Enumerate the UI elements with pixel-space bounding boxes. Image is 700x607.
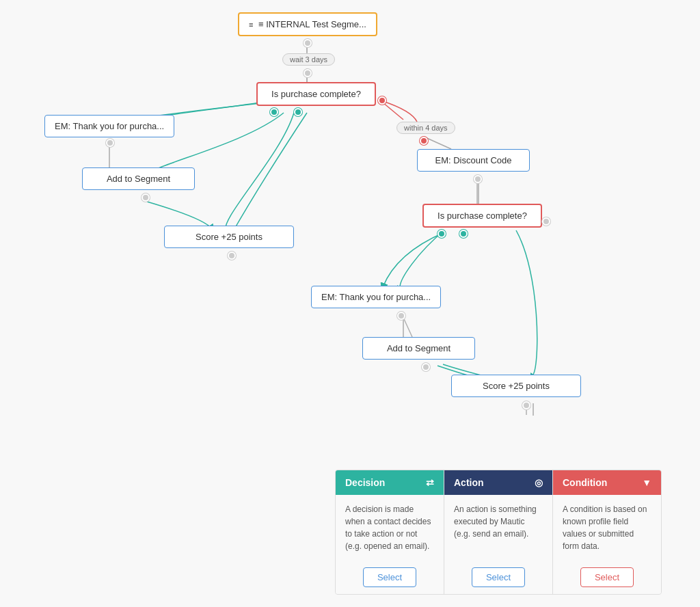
action-footer: Select: [444, 561, 552, 594]
score2-node[interactable]: Score +25 points: [451, 375, 581, 397]
add-segment1-bottom-dot: [142, 193, 150, 202]
condition1-right-dot: [378, 96, 386, 105]
svg-line-4: [424, 137, 451, 149]
segment-bottom-dot: [304, 39, 312, 47]
add-segment2-bottom-dot: [422, 363, 430, 371]
list-icon: ≡: [249, 21, 253, 29]
score1-bottom-dot: [228, 252, 236, 260]
email-discount-bottom-dot: [474, 175, 482, 183]
condition-body: A condition is based on known profile fi…: [553, 495, 661, 561]
add-segment2-node[interactable]: Add to Segment: [362, 337, 475, 360]
email1-bottom-dot: [106, 139, 114, 147]
action-card: Action ◎ An action is something executed…: [444, 470, 553, 594]
score1-node[interactable]: Score +25 points: [164, 226, 294, 248]
action-icon: ◎: [535, 477, 543, 488]
add-segment1-node[interactable]: Add to Segment: [82, 167, 195, 190]
condition1-node[interactable]: Is purchase complete?: [256, 82, 376, 106]
score2-bottom-dot: [522, 401, 530, 409]
action-header: Action ◎: [444, 470, 552, 495]
decision-footer: Select: [336, 561, 444, 594]
decision-card: Decision ⇄ A decision is made when a con…: [336, 470, 444, 594]
condition-card: Condition ▼ A condition is based on know…: [553, 470, 661, 594]
condition1-mid-dot: [294, 108, 302, 116]
decision-select-button[interactable]: Select: [363, 567, 416, 587]
email-discount-node[interactable]: EM: Discount Code: [417, 149, 530, 172]
condition2-node[interactable]: Is purchase complete?: [422, 204, 542, 228]
within4-bottom-dot: [420, 137, 428, 145]
svg-line-3: [383, 103, 403, 120]
condition-icon: ▼: [642, 477, 651, 488]
wait1-bottom-dot: [304, 69, 312, 77]
email1-node[interactable]: EM: Thank you for purcha...: [44, 115, 174, 137]
condition-header: Condition ▼: [553, 470, 661, 495]
condition-select-button[interactable]: Select: [580, 567, 634, 587]
add-step-panel: Decision ⇄ A decision is made when a con…: [335, 470, 662, 595]
decision-body: A decision is made when a contact decide…: [336, 495, 444, 561]
segment-node[interactable]: ≡ ≡ INTERNAL Test Segme...: [238, 12, 377, 36]
condition-footer: Select: [553, 561, 661, 594]
email2-bottom-dot: [397, 312, 405, 320]
decision-icon: ⇄: [426, 477, 434, 488]
within4-label: within 4 days: [396, 122, 455, 134]
email2-node[interactable]: EM: Thank you for purcha...: [311, 286, 441, 308]
wait1-label: wait 3 days: [282, 53, 335, 66]
condition2-mid-dot: [459, 230, 468, 238]
action-select-button[interactable]: Select: [472, 567, 525, 587]
decision-header: Decision ⇄: [336, 470, 444, 495]
condition1-left-dot: [270, 108, 278, 116]
condition2-right-dot: [542, 217, 550, 226]
condition2-left-dot: [438, 230, 446, 238]
action-body: An action is something executed by Mauti…: [444, 495, 552, 561]
